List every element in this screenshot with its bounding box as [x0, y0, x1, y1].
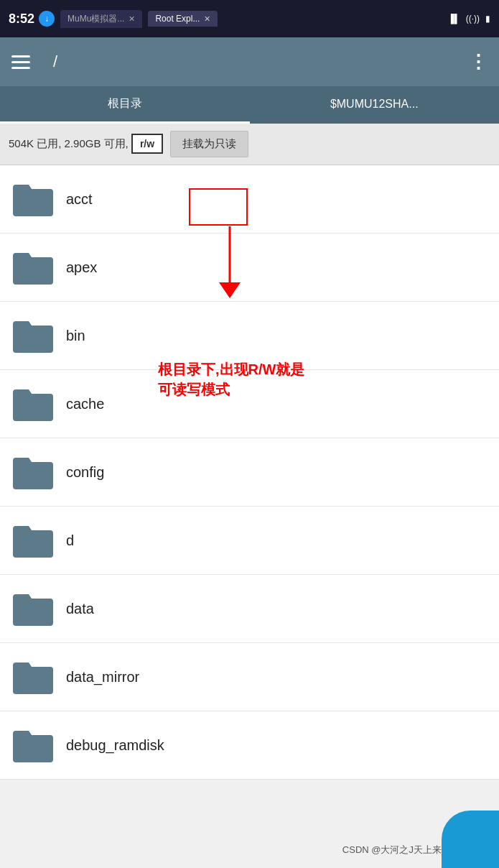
- nav-tabs: 根目录 $MUMU12SHA...: [0, 86, 499, 124]
- clock: 8:52: [9, 11, 34, 27]
- tab-mumu-sha[interactable]: $MUMU12SHA...: [250, 86, 500, 124]
- download-icon: ↓: [39, 11, 55, 27]
- list-item[interactable]: acct: [0, 165, 499, 234]
- tab-root-dir[interactable]: 根目录: [0, 86, 250, 124]
- list-item[interactable]: bin: [0, 302, 499, 370]
- toolbar: / ⋮: [0, 37, 499, 86]
- list-item[interactable]: apex: [0, 234, 499, 302]
- list-item[interactable]: d: [0, 507, 499, 575]
- wifi-icon: ((·)): [466, 14, 480, 24]
- rw-badge: r/w: [131, 134, 163, 154]
- file-name: apex: [66, 259, 97, 276]
- menu-line-1: [11, 55, 30, 57]
- file-name: debug_ramdisk: [66, 737, 164, 754]
- battery-icon: ▮: [485, 14, 490, 24]
- folder-icon: [11, 726, 55, 764]
- folder-icon: [11, 385, 55, 423]
- tab-mumu-close[interactable]: ✕: [129, 14, 135, 24]
- tab-mumu-sha-label: $MUMU12SHA...: [330, 98, 419, 111]
- tab-root-explorer[interactable]: Root Expl... ✕: [148, 11, 218, 27]
- file-name: cache: [66, 396, 104, 412]
- file-name: acct: [66, 191, 93, 208]
- signal-icon: ▐▌: [448, 14, 460, 24]
- status-bar: 8:52 ↓ MuMu模拟器... ✕ Root Expl... ✕ ▐▌ ((…: [0, 0, 499, 37]
- storage-prefix: 504K 已用, 2.90GB 可用,: [9, 137, 129, 149]
- watermark: CSDN @大河之J天上来: [342, 844, 442, 857]
- avatar-circle: [442, 811, 499, 868]
- tab-root-label: Root Expl...: [155, 14, 200, 24]
- file-list: acct apex bin cache config: [0, 165, 499, 780]
- file-name: data_mirror: [66, 669, 139, 685]
- file-name: bin: [66, 328, 85, 344]
- list-item[interactable]: data: [0, 575, 499, 643]
- file-name: d: [66, 532, 74, 549]
- list-item[interactable]: config: [0, 438, 499, 507]
- tab-mumu-label: MuMu模拟器...: [67, 13, 124, 25]
- menu-button[interactable]: [11, 55, 30, 69]
- folder-icon: [11, 522, 55, 559]
- more-options-button[interactable]: ⋮: [469, 51, 488, 73]
- list-item[interactable]: debug_ramdisk: [0, 711, 499, 780]
- folder-icon: [11, 658, 55, 696]
- menu-line-3: [11, 67, 30, 69]
- time-area: 8:52 ↓: [9, 11, 55, 27]
- folder-icon: [11, 249, 55, 286]
- folder-icon: [11, 453, 55, 491]
- file-name: data: [66, 601, 94, 617]
- tab-root-close[interactable]: ✕: [204, 14, 210, 24]
- folder-icon: [11, 317, 55, 354]
- status-icons: ▐▌ ((·)) ▮: [448, 14, 490, 24]
- folder-icon: [11, 180, 55, 218]
- tab-root-dir-label: 根目录: [108, 96, 142, 111]
- current-path: /: [53, 52, 57, 71]
- storage-text: 504K 已用, 2.90GB 可用, r/w: [9, 137, 163, 151]
- menu-line-2: [11, 61, 30, 63]
- tab-mumu[interactable]: MuMu模拟器... ✕: [60, 10, 142, 28]
- file-name: config: [66, 464, 104, 481]
- list-item[interactable]: cache: [0, 370, 499, 438]
- storage-info-bar: 504K 已用, 2.90GB 可用, r/w 挂载为只读: [0, 124, 499, 165]
- folder-icon: [11, 590, 55, 627]
- list-item[interactable]: data_mirror: [0, 643, 499, 711]
- mount-readonly-button[interactable]: 挂载为只读: [170, 131, 248, 157]
